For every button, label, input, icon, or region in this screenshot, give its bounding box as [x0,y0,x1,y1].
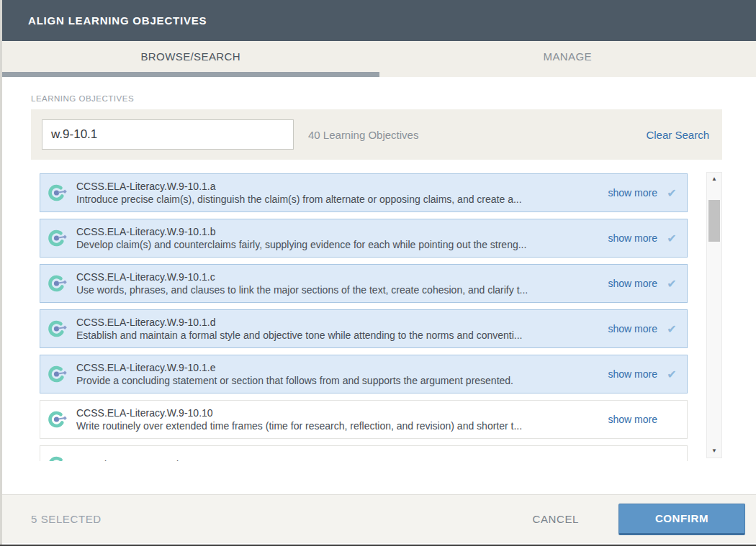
learning-objectives-label: LEARNING OBJECTIVES [31,94,756,103]
learning-objective-icon [47,182,68,204]
selected-count: 5 SELECTED [31,513,533,525]
objective-text: CCSS.ELA-Literacy.W.9-10.1.c Use words, … [76,270,600,297]
scroll-down-icon[interactable]: ▼ [707,445,721,458]
learning-objective-icon [47,227,68,249]
learning-objective-icon [47,363,68,385]
objective-description: Write routinely over extended time frame… [76,419,600,433]
tab-browse-search[interactable]: BROWSE/SEARCH [2,41,379,72]
objective-row[interactable]: CCSS.ELA-Literacy.W.9-10.1.e Provide a c… [40,355,688,393]
objective-text: CCSS.ELA-Literacy.W.9-10.1.d Establish a… [76,316,600,342]
active-tab-indicator [2,72,756,77]
objective-description: Introduce precise claim(s), distinguish … [76,193,600,206]
learning-objective-icon [47,409,68,430]
dialog-title: ALIGN LEARNING OBJECTIVES [28,14,207,27]
selected-check-icon: ✔ [665,277,678,291]
tab-manage-label: MANAGE [544,50,592,63]
search-panel: 40 Learning Objectives Clear Search [31,109,722,160]
objective-row[interactable]: CCSS.ELA-Literacy.W.9-10.10 Write routin… [40,400,688,439]
show-more-link[interactable]: show more [608,414,657,425]
cancel-button[interactable]: CANCEL [533,513,579,525]
dialog-header: ALIGN LEARNING OBJECTIVES [2,0,756,41]
objective-row[interactable]: ELA-Literacy.W.9-10.1b ✔ [40,445,688,461]
objective-description: Develop claim(s) and counterclaims fairl… [76,238,600,252]
selected-check-icon: ✔ [665,186,678,200]
objective-text: ELA-Literacy.W.9-10.1b [76,458,649,461]
objective-text: CCSS.ELA-Literacy.W.9-10.10 Write routin… [76,406,600,433]
objective-row[interactable]: CCSS.ELA-Literacy.W.9-10.1.a Introduce p… [40,173,688,212]
objective-code: CCSS.ELA-Literacy.W.9-10.10 [76,406,600,419]
results-count: 40 Learning Objectives [308,129,646,141]
dialog-footer: 5 SELECTED CANCEL CONFIRM [2,494,756,543]
scrollbar-thumb[interactable] [708,200,720,242]
objective-row[interactable]: CCSS.ELA-Literacy.W.9-10.1.d Establish a… [40,309,688,348]
objective-code: CCSS.ELA-Literacy.W.9-10.1.e [76,361,600,374]
active-tab-underline [2,72,379,77]
objective-text: CCSS.ELA-Literacy.W.9-10.1.b Develop cla… [76,225,600,252]
objective-row[interactable]: CCSS.ELA-Literacy.W.9-10.1.c Use words, … [40,264,688,303]
clear-search-link[interactable]: Clear Search [646,129,709,141]
objective-code: CCSS.ELA-Literacy.W.9-10.1.b [76,225,600,238]
show-more-link[interactable]: show more [608,368,657,380]
search-input[interactable] [42,119,294,150]
show-more-link[interactable]: show more [608,278,657,289]
objectives-list-wrapper: CCSS.ELA-Literacy.W.9-10.1.a Introduce p… [31,170,722,461]
list-scrollbar[interactable]: ▲ ▼ [706,172,722,458]
learning-objective-icon [47,318,68,340]
scroll-up-icon[interactable]: ▲ [707,173,721,186]
objective-description: Establish and maintain a formal style an… [76,329,600,342]
learning-objective-icon [47,454,68,461]
objective-text: CCSS.ELA-Literacy.W.9-10.1.a Introduce p… [76,180,600,206]
learning-objective-icon [47,273,68,294]
show-more-link[interactable]: show more [608,323,657,335]
confirm-button[interactable]: CONFIRM [618,504,745,535]
objective-code: CCSS.ELA-Literacy.W.9-10.1.a [76,180,600,193]
objective-code: CCSS.ELA-Literacy.W.9-10.1.c [76,270,600,283]
tab-bar: BROWSE/SEARCH MANAGE [2,41,756,72]
inactive-tab-underline [379,72,756,77]
selected-check-icon: ✔ [665,232,678,245]
show-more-link[interactable]: show more [608,187,657,199]
selected-check-icon: ✔ [665,368,678,381]
objectives-list: CCSS.ELA-Literacy.W.9-10.1.a Introduce p… [40,173,688,461]
show-more-link[interactable]: show more [608,232,657,244]
tab-browse-search-label: BROWSE/SEARCH [140,50,240,63]
objective-description: Provide a concluding statement or sectio… [76,374,600,388]
objective-code: CCSS.ELA-Literacy.W.9-10.1.d [76,316,600,329]
objective-text: CCSS.ELA-Literacy.W.9-10.1.e Provide a c… [76,361,600,388]
objective-row[interactable]: CCSS.ELA-Literacy.W.9-10.1.b Develop cla… [40,219,688,258]
align-learning-objectives-dialog: ALIGN LEARNING OBJECTIVES BROWSE/SEARCH … [2,0,756,545]
tab-manage[interactable]: MANAGE [379,41,756,72]
objective-description: Use words, phrases, and clauses to link … [76,283,600,297]
objective-code: ELA-Literacy.W.9-10.1b [76,458,649,461]
selected-check-icon: ✔ [665,322,678,336]
